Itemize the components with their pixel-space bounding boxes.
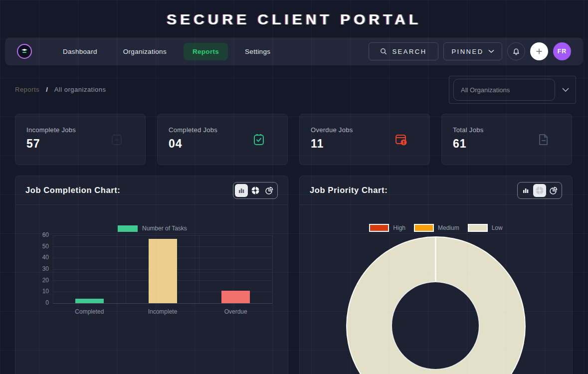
bar-view-button[interactable] — [235, 184, 248, 197]
plus-icon — [535, 47, 543, 55]
add-button[interactable] — [530, 42, 548, 60]
gridline — [199, 235, 199, 303]
legend-label: Medium — [438, 224, 459, 231]
stat-card-completed-jobs: Completed Jobs 04 — [157, 114, 288, 165]
avatar-initials: FR — [558, 48, 567, 55]
nav-item-organizations[interactable]: Organizations — [114, 43, 176, 60]
donut-chart-icon — [536, 187, 544, 194]
pie-chart-icon — [550, 187, 558, 194]
gridline — [53, 235, 53, 303]
stat-card-total-jobs: Total Jobs 61 — [441, 114, 572, 165]
nav-item-settings[interactable]: Settings — [236, 43, 279, 60]
bar-incomplete — [149, 239, 177, 303]
nav-bar: Dashboard Organizations Reports Settings… — [5, 37, 583, 65]
bar-completed — [75, 299, 104, 303]
clipboard-check-icon — [252, 133, 266, 147]
legend-swatch — [118, 225, 138, 232]
chevron-down-icon — [562, 87, 570, 92]
donut-segment-divider — [435, 237, 436, 282]
job-completion-chart-card: Job Completion Chart: — [15, 176, 288, 374]
y-tick-label: 30 — [30, 265, 49, 272]
falcon-logo-icon — [20, 47, 28, 55]
organization-select[interactable]: All Organizations — [453, 79, 555, 101]
legend-swatch — [414, 224, 434, 232]
breadcrumb-current: All organizations — [54, 86, 106, 93]
bell-icon — [512, 47, 520, 56]
chart-type-toggle — [233, 182, 278, 199]
nav-right-group: SEARCH PINNED FR — [369, 42, 571, 60]
chart-title: Job Completion Chart: — [25, 186, 120, 195]
calendar-alert-icon — [394, 133, 408, 147]
x-category-label: Incomplete — [126, 308, 199, 315]
stat-card-incomplete-jobs: Incomplete Jobs 57 — [15, 114, 146, 165]
y-tick-label: 40 — [30, 254, 49, 261]
stats-row: Incomplete Jobs 57 Completed Jobs 04 Ove… — [15, 114, 572, 165]
donut-view-button[interactable] — [533, 184, 546, 197]
pinned-dropdown[interactable]: PINNED — [443, 42, 502, 60]
donut-chart-legend: High Medium Low — [300, 224, 572, 232]
y-tick-label: 50 — [30, 243, 49, 250]
chart-type-toggle — [517, 182, 562, 199]
x-category-label: Completed — [53, 308, 126, 315]
legend-item-high[interactable]: High — [369, 224, 405, 232]
chart-header: Job Completion Chart: — [15, 176, 288, 205]
y-tick-label: 60 — [30, 231, 49, 238]
donut-hole — [391, 281, 480, 370]
x-category-label: Overdue — [199, 308, 272, 315]
chevron-down-icon — [488, 49, 494, 53]
file-icon — [536, 133, 550, 147]
search-button[interactable]: SEARCH — [369, 42, 438, 60]
organization-select-value: All Organizations — [461, 86, 510, 94]
bar-overdue — [221, 291, 250, 303]
bar-view-button[interactable] — [519, 184, 532, 197]
job-priority-chart-card: Job Priority Chart: — [299, 176, 573, 374]
gridline — [272, 235, 273, 303]
pie-chart-icon — [265, 187, 273, 194]
legend-label: Number of Tasks — [142, 225, 187, 232]
nav-item-dashboard[interactable]: Dashboard — [54, 43, 106, 60]
organization-select-chevron[interactable] — [562, 87, 570, 92]
gridline — [53, 235, 272, 236]
y-tick-label: 10 — [30, 288, 49, 295]
notifications-button[interactable] — [507, 42, 525, 60]
legend-label: Low — [492, 224, 503, 231]
organization-filter: All Organizations — [449, 76, 576, 104]
chart-title: Job Priority Chart: — [310, 186, 388, 195]
pie-view-button[interactable] — [263, 184, 276, 197]
legend-item-low[interactable]: Low — [468, 224, 503, 232]
bar-chart-legend[interactable]: Number of Tasks — [118, 225, 187, 232]
nav-items: Dashboard Organizations Reports Settings — [54, 43, 279, 60]
app-logo[interactable] — [17, 44, 32, 59]
y-tick-label: 0 — [30, 299, 49, 306]
gridline — [126, 235, 126, 303]
pinned-label: PINNED — [451, 48, 483, 55]
pie-view-button[interactable] — [547, 184, 560, 197]
bar-chart-plot: 0102030405060CompletedIncompleteOverdue — [53, 235, 272, 303]
page-title: SECURE CLIENT PORTAL — [0, 11, 588, 28]
breadcrumb-section[interactable]: Reports — [15, 86, 39, 93]
search-label: SEARCH — [392, 48, 426, 55]
clipboard-minus-icon — [110, 133, 124, 147]
y-tick-label: 20 — [30, 277, 49, 284]
donut-chart-icon — [251, 187, 259, 194]
legend-swatch — [369, 224, 389, 232]
user-avatar[interactable]: FR — [553, 42, 571, 60]
legend-item-medium[interactable]: Medium — [414, 224, 459, 232]
legend-label: High — [393, 224, 405, 231]
stat-card-overdue-jobs: Overdue Jobs 11 — [299, 114, 430, 165]
bar-chart-icon — [238, 187, 245, 194]
chart-header: Job Priority Chart: — [300, 176, 572, 205]
bar-chart-icon — [522, 187, 529, 194]
breadcrumb-separator: / — [46, 86, 48, 93]
donut-ring — [346, 236, 526, 374]
breadcrumb: Reports / All organizations — [15, 86, 106, 93]
donut-view-button[interactable] — [249, 184, 262, 197]
legend-swatch — [468, 224, 488, 232]
search-icon — [380, 48, 387, 55]
nav-item-reports[interactable]: Reports — [184, 43, 228, 60]
